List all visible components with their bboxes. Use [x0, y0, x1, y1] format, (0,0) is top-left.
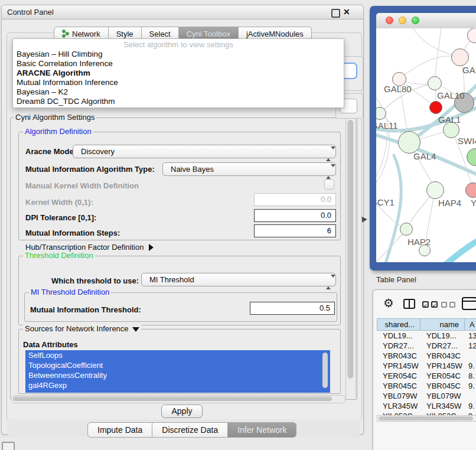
tab-impute-data[interactable]: Impute Data — [87, 422, 152, 438]
settings-horizontal-scrollbar[interactable] — [11, 395, 345, 403]
tab-infer-network[interactable]: Infer Network — [228, 422, 296, 438]
table-row[interactable]: YPR145WYPR145W9. — [377, 361, 476, 371]
attribute-topologicalcoefficient[interactable]: TopologicalCoefficient — [25, 360, 330, 370]
table-row[interactable]: YDL19...YDL19...13 — [377, 331, 476, 341]
table-cell: 9. — [465, 401, 476, 411]
table-row[interactable]: YER054CYER054C8. — [377, 371, 476, 381]
algorithm-option-dream8-dc-tdc-algorithm[interactable]: Dream8 DC_TDC Algorithm — [13, 97, 344, 106]
collapsed-arrow-icon[interactable] — [149, 244, 154, 251]
table-row[interactable]: YBR043CYBR043C — [377, 351, 476, 361]
attribute-gal4rgexp[interactable]: gal4RGexp — [25, 380, 330, 390]
attributes-scrollbar-thumb[interactable] — [322, 353, 328, 388]
table-cell: 8. — [465, 371, 476, 381]
table-cell: YPR145W — [377, 361, 420, 371]
which-threshold-combo[interactable]: MI Threshold — [141, 273, 336, 286]
table-row[interactable]: YBL079WYBL079W — [377, 391, 476, 401]
stepper-arrows-icon — [326, 165, 331, 178]
algorithm-option-basic-correlation-inference[interactable]: Basic Correlation Inference — [13, 59, 344, 69]
table-cell: YBL079W — [377, 391, 420, 401]
table-cell: YDL19... — [377, 331, 420, 341]
settings-vertical-scrollbar-thumb[interactable] — [347, 120, 353, 379]
network-node-gal4[interactable] — [398, 131, 420, 154]
table-row[interactable]: YIL052CYIL052C9 — [377, 411, 476, 415]
network-view-window[interactable]: GALGAL80GAL10GAL1GAL11SWI4GAL4GCY1HAP4YH… — [370, 6, 476, 270]
tab-label: Style — [116, 30, 133, 38]
minimized-panel-icon[interactable] — [2, 442, 15, 450]
tab-discretize-data[interactable]: Discretize Data — [152, 422, 228, 438]
network-node-hap2[interactable] — [400, 223, 413, 236]
table-cell: YDR27... — [377, 341, 420, 351]
algorithm-dropdown-popup: Select algorithm to view settingsBayesia… — [12, 38, 344, 108]
table-horizontal-scrollbar-thumb[interactable] — [379, 416, 473, 420]
aracne-mode-combo[interactable]: Discovery — [73, 145, 336, 158]
sources-title[interactable]: Sources for Network Inference — [23, 325, 141, 333]
table-row[interactable]: YBR045CYBR045C9. — [377, 381, 476, 391]
mi-algorithm-type-combo[interactable]: Naive Bayes — [162, 162, 336, 176]
panel-icon[interactable] — [462, 297, 476, 310]
column-header-shared-name[interactable]: shared... — [377, 318, 420, 331]
network-node-hap4[interactable] — [426, 181, 444, 199]
gear-icon[interactable]: ⚙ — [383, 297, 394, 309]
table-cell: 9. — [465, 361, 476, 371]
aracne-mode-value: Discovery — [81, 147, 115, 156]
node-table: shared... name A YDL19...YDL19...13YDR27… — [377, 318, 476, 415]
mi-steps-label: Mutual Information Steps: — [25, 229, 120, 237]
apply-button[interactable]: Apply — [161, 405, 203, 418]
table-cell: 9. — [465, 381, 476, 391]
which-threshold-value: MI Threshold — [149, 275, 194, 284]
algorithm-option-bayesian-hill-climbing[interactable]: Bayesian – Hill Climbing — [13, 50, 344, 59]
mi-threshold-definition-title: MI Threshold Definition — [29, 288, 111, 296]
kernel-width-field[interactable]: 0.0 — [254, 193, 336, 206]
table-cell: YER054C — [377, 371, 420, 381]
table-cell: YER054C — [420, 371, 465, 381]
data-attributes-list[interactable]: SelfLoopsTopologicalCoefficientBetweenne… — [25, 350, 330, 393]
network-canvas[interactable]: GALGAL80GAL10GAL1GAL11SWI4GAL4GCY1HAP4YH… — [376, 28, 476, 262]
zoom-traffic-light[interactable] — [412, 17, 419, 24]
attribute-betweennesscentrality[interactable]: BetweennessCentrality — [25, 370, 330, 380]
close-traffic-light[interactable] — [386, 17, 393, 24]
mi-algorithm-type-value: Naive Bayes — [171, 165, 214, 174]
expanded-arrow-icon[interactable] — [132, 327, 139, 332]
table-cell: YDR27... — [420, 341, 465, 351]
node-label: GCY1 — [376, 197, 395, 207]
column-header-partial[interactable]: A — [465, 318, 476, 331]
hub-transcription-factor-section[interactable]: Hub/Transcription Factor Definition — [25, 243, 154, 252]
table-row[interactable]: YLR345WYLR345W9. — [377, 401, 476, 411]
select-all-checkboxes-icon[interactable]: ✓✓ — [422, 301, 438, 308]
settings-vertical-scrollbar[interactable] — [345, 119, 356, 399]
tab-label: Cyni Toolbox — [187, 30, 230, 38]
mi-steps-field[interactable]: 6 — [254, 224, 336, 237]
manual-kernel-width-checkbox[interactable] — [324, 180, 334, 190]
columns-icon[interactable] — [403, 299, 415, 309]
attribute-selfloops[interactable]: SelfLoops — [25, 350, 330, 360]
table-cell: YDL19... — [420, 331, 465, 341]
deselect-all-checkboxes-icon[interactable] — [441, 302, 455, 308]
algorithm-option-mutual-information-inference[interactable]: Mutual Information Inference — [13, 78, 344, 87]
table-cell: YLR345W — [420, 401, 465, 411]
table-cell: YLR345W — [377, 401, 420, 411]
settings-horizontal-scrollbar-thumb[interactable] — [13, 396, 332, 401]
data-attributes-label: Data Attributes — [23, 340, 78, 349]
dpi-tolerance-field[interactable]: 0.0 — [254, 209, 336, 222]
float-window-icon[interactable] — [331, 9, 340, 18]
control-panel-tabs: NetworkStyleSelectCyni ToolboxjActiveMNo… — [54, 27, 312, 40]
network-node-gal[interactable] — [451, 48, 469, 66]
stepper-arrows-icon — [326, 148, 331, 160]
column-header-name[interactable]: name — [420, 318, 465, 331]
tab-label: Network — [72, 30, 100, 38]
algorithm-option-aracne-algorithm[interactable]: ARACNE Algorithm — [13, 69, 344, 78]
minimize-traffic-light[interactable] — [399, 17, 406, 24]
node-label: Y — [471, 198, 476, 208]
aracne-mode-label: Aracne Mode: — [25, 147, 76, 156]
mi-threshold-field[interactable]: 0.5 — [250, 302, 335, 315]
network-window-titlebar[interactable] — [376, 13, 476, 29]
algorithm-option-bayesian-k2[interactable]: Bayesian – K2 — [13, 87, 344, 97]
network-node-gal1[interactable] — [429, 101, 442, 114]
network-node-gal10[interactable] — [428, 76, 442, 90]
table-cell: YBR045C — [420, 381, 465, 391]
node-label: HAP4 — [438, 198, 461, 208]
table-horizontal-scrollbar[interactable] — [377, 415, 476, 422]
table-row[interactable]: YDR27...YDR27...12 — [377, 341, 476, 351]
dpi-tolerance-label: DPI Tolerance [0,1]: — [25, 213, 96, 222]
close-panel-icon[interactable]: ✕ — [343, 7, 350, 17]
